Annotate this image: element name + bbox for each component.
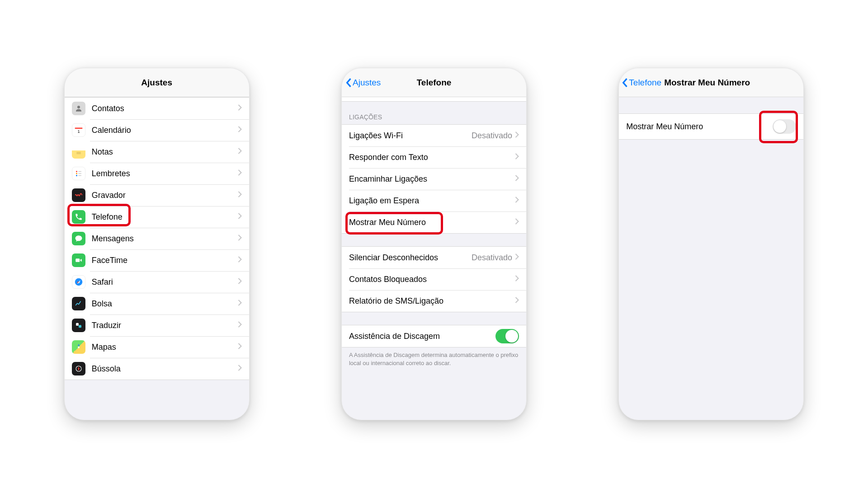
- row-label: Mostrar Meu Número: [626, 122, 773, 131]
- row-mapas[interactable]: Mapas: [65, 336, 249, 358]
- chevron-right-icon: [238, 148, 242, 156]
- calls-list: Ligações Wi-Fi Desativado Responder com …: [342, 124, 526, 234]
- row-label: Gravador: [92, 191, 238, 200]
- chevron-right-icon: [238, 321, 242, 329]
- translate-icon: [72, 319, 85, 332]
- svg-point-8: [76, 175, 77, 176]
- row-label: FaceTime: [92, 256, 238, 265]
- reminders-icon: [72, 167, 85, 180]
- row-telefone[interactable]: Telefone: [65, 206, 249, 228]
- svg-rect-12: [75, 258, 80, 262]
- row-relatorio-sms[interactable]: Relatório de SMS/Ligação: [342, 290, 526, 312]
- row-label: Ligações Wi-Fi: [349, 131, 472, 141]
- row-ligacoes-wifi[interactable]: Ligações Wi-Fi Desativado: [342, 125, 526, 146]
- chevron-right-icon: [515, 275, 519, 283]
- row-ligacao-espera[interactable]: Ligação em Espera: [342, 190, 526, 211]
- chevron-right-icon: [238, 213, 242, 221]
- row-facetime[interactable]: FaceTime: [65, 249, 249, 271]
- chevron-right-icon: [238, 126, 242, 134]
- row-mostrar-numero[interactable]: Mostrar Meu Número: [342, 211, 526, 233]
- row-label: Contatos: [92, 104, 238, 113]
- svg-point-7: [76, 173, 77, 174]
- row-label: Relatório de SMS/Ligação: [349, 296, 515, 306]
- messages-icon: [72, 232, 85, 245]
- row-label: Lembretes: [92, 169, 238, 178]
- row-label: Traduzir: [92, 321, 238, 330]
- stocks-icon: [72, 297, 85, 310]
- svg-rect-15: [79, 325, 81, 328]
- row-label: Telefone: [92, 212, 238, 222]
- row-safari[interactable]: Safari: [65, 271, 249, 293]
- safari-icon: [72, 275, 85, 289]
- mostrar-toggle[interactable]: [773, 119, 796, 134]
- compass-icon: [72, 362, 85, 375]
- row-contatos[interactable]: Contatos: [65, 98, 249, 119]
- back-label: Telefone: [629, 78, 661, 88]
- chevron-right-icon: [238, 300, 242, 308]
- row-label: Contatos Bloqueados: [349, 275, 515, 284]
- chevron-right-icon: [238, 256, 242, 264]
- row-label: Bússola: [92, 364, 238, 374]
- calendar-icon: 1: [72, 123, 85, 137]
- contacts-icon: [72, 102, 85, 115]
- row-label: Silenciar Desconhecidos: [349, 253, 472, 263]
- settings-list: Contatos 1 Calendário Notas: [65, 97, 249, 380]
- notes-icon: [72, 145, 85, 159]
- row-notas[interactable]: Notas: [65, 141, 249, 163]
- mostrar-list: Mostrar Meu Número: [619, 113, 803, 140]
- back-label: Ajustes: [353, 78, 381, 88]
- nav-bar: Ajustes Telefone: [342, 68, 526, 97]
- chevron-right-icon: [515, 131, 519, 140]
- row-label: Safari: [92, 277, 238, 287]
- mostrar-numero-screen: Telefone Mostrar Meu Número Mostrar Meu …: [618, 68, 804, 420]
- telefone-screen: Ajustes Telefone LIGAÇÕES Ligações Wi-Fi…: [341, 68, 527, 420]
- row-encaminhar[interactable]: Encaminhar Ligações: [342, 168, 526, 190]
- chevron-right-icon: [238, 191, 242, 199]
- svg-rect-14: [76, 323, 79, 326]
- chevron-right-icon: [515, 297, 519, 305]
- block-list: Silenciar Desconhecidos Desativado Conta…: [342, 246, 526, 312]
- row-label: Responder com Texto: [349, 153, 515, 162]
- row-label: Bolsa: [92, 299, 238, 309]
- row-calendario[interactable]: 1 Calendário: [65, 119, 249, 141]
- row-label: Mostrar Meu Número: [349, 218, 515, 227]
- row-gravador[interactable]: Gravador: [65, 184, 249, 206]
- svg-point-0: [77, 106, 80, 108]
- back-button[interactable]: Telefone: [622, 68, 661, 97]
- nav-title: Ajustes: [141, 78, 172, 88]
- chevron-right-icon: [238, 343, 242, 351]
- row-silenciar[interactable]: Silenciar Desconhecidos Desativado: [342, 247, 526, 268]
- back-button[interactable]: Ajustes: [345, 68, 381, 97]
- row-traduzir[interactable]: Traduzir: [65, 314, 249, 336]
- maps-icon: [72, 340, 85, 354]
- row-lembretes[interactable]: Lembretes: [65, 163, 249, 184]
- nav-title: Telefone: [417, 78, 452, 88]
- row-mensagens[interactable]: Mensagens: [65, 228, 249, 249]
- recorder-icon: [72, 188, 85, 202]
- svg-point-6: [76, 171, 77, 172]
- row-bolsa[interactable]: Bolsa: [65, 293, 249, 314]
- assist-footer-note: A Assistência de Discagem determina auto…: [342, 347, 526, 367]
- row-label: Assistência de Discagem: [349, 332, 495, 341]
- section-header-ligacoes: LIGAÇÕES: [342, 102, 526, 124]
- row-label: Ligação em Espera: [349, 196, 515, 206]
- chevron-right-icon: [238, 278, 242, 286]
- row-label: Mapas: [92, 343, 238, 352]
- row-bussola[interactable]: Bússola: [65, 358, 249, 380]
- chevron-right-icon: [515, 218, 519, 226]
- row-label: Calendário: [92, 126, 238, 135]
- chevron-right-icon: [515, 175, 519, 183]
- row-value: Desativado: [472, 131, 512, 141]
- row-label: Mensagens: [92, 234, 238, 244]
- nav-bar: Ajustes: [65, 68, 249, 97]
- assist-toggle[interactable]: [495, 329, 519, 343]
- phone-icon: [72, 210, 85, 224]
- svg-text:1: 1: [77, 129, 80, 134]
- row-label: Encaminhar Ligações: [349, 174, 515, 184]
- row-mostrar-meu-numero[interactable]: Mostrar Meu Número: [619, 114, 803, 139]
- chevron-right-icon: [238, 104, 242, 113]
- row-assistencia-discagem[interactable]: Assistência de Discagem: [342, 325, 526, 347]
- row-responder-texto[interactable]: Responder com Texto: [342, 146, 526, 168]
- row-contatos-bloqueados[interactable]: Contatos Bloqueados: [342, 268, 526, 290]
- svg-point-16: [78, 347, 80, 348]
